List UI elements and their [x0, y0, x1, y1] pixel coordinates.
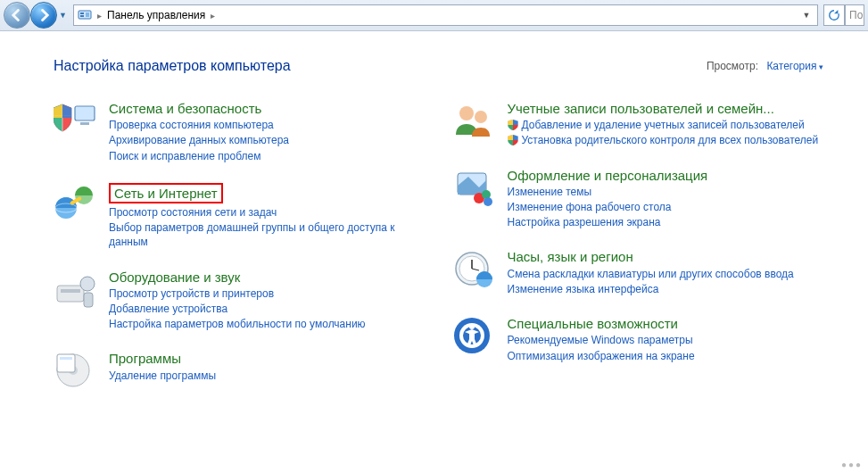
category-link-text: Настройка параметров мобильности по умол…: [109, 317, 366, 331]
category-right-2: Часы, язык и регионСмена раскладки клави…: [452, 249, 833, 296]
category-title[interactable]: Учетные записи пользователей и семейн...: [508, 101, 774, 116]
right-column: Учетные записи пользователей и семейн...…: [452, 101, 833, 394]
category-link[interactable]: Рекомендуемые Windows параметры: [508, 333, 833, 347]
accessibility-icon: [452, 316, 495, 359]
category-link-text: Просмотр состояния сети и задач: [109, 205, 277, 220]
category-link[interactable]: Поиск и исправление проблем: [109, 149, 434, 163]
category-link[interactable]: Изменение языка интерфейса: [508, 282, 833, 296]
category-body: Часы, язык и регионСмена раскладки клави…: [508, 249, 833, 296]
svg-rect-1: [80, 12, 84, 14]
watermark-dots: ●●●: [841, 460, 863, 469]
category-left-2: Оборудование и звукПросмотр устройств и …: [54, 270, 434, 332]
category-title[interactable]: Система и безопасность: [109, 101, 261, 116]
category-link[interactable]: Архивирование данных компьютера: [109, 133, 434, 147]
forward-button[interactable]: [30, 2, 57, 29]
category-body: Сеть и ИнтернетПросмотр состояния сети и…: [109, 183, 434, 250]
category-link[interactable]: Смена раскладки клавиатуры или других сп…: [508, 267, 833, 281]
category-link[interactable]: Добавление и удаление учетных записей по…: [508, 118, 833, 132]
category-columns: Система и безопасностьПроверка состояния…: [54, 101, 832, 394]
programs-icon: [54, 351, 96, 394]
category-links: Проверка состояния компьютераАрхивирован…: [109, 118, 434, 163]
category-link-text: Добавление и удаление учетных записей по…: [522, 118, 805, 132]
category-link[interactable]: Выбор параметров домашней группы и общег…: [109, 220, 434, 249]
network-icon: [54, 183, 96, 226]
category-body: Оборудование и звукПросмотр устройств и …: [109, 270, 434, 332]
category-link[interactable]: Просмотр устройств и принтеров: [109, 286, 434, 301]
uac-shield-icon: [508, 135, 518, 145]
view-label: Просмотр:: [707, 60, 758, 72]
category-left-3: ПрограммыУдаление программы: [54, 351, 434, 394]
category-link[interactable]: Изменение фона рабочего стола: [508, 200, 833, 214]
category-links: Просмотр устройств и принтеровДобавление…: [109, 286, 434, 332]
category-link-text: Добавление устройства: [109, 302, 227, 316]
view-value[interactable]: Категория: [766, 60, 823, 72]
category-link[interactable]: Удаление программы: [109, 369, 434, 383]
category-link-text: Архивирование данных компьютера: [109, 133, 289, 147]
page-title: Настройка параметров компьютера: [54, 58, 291, 74]
category-link-text: Изменение темы: [508, 185, 592, 199]
category-link[interactable]: Оптимизация изображения на экране: [508, 349, 833, 363]
appearance-icon: [452, 168, 495, 211]
category-title[interactable]: Часы, язык и регион: [508, 249, 633, 264]
shield-monitor-icon: [54, 101, 96, 144]
category-link[interactable]: Проверка состояния компьютера: [109, 118, 434, 132]
category-title[interactable]: Оформление и персонализация: [508, 168, 708, 183]
category-right-0: Учетные записи пользователей и семейн...…: [452, 101, 833, 148]
category-left-0: Система и безопасностьПроверка состояния…: [54, 101, 434, 163]
left-column: Система и безопасностьПроверка состояния…: [54, 101, 434, 394]
category-link-text: Установка родительского контроля для все…: [522, 133, 819, 147]
category-links: Смена раскладки клавиатуры или других сп…: [508, 267, 833, 296]
refresh-button[interactable]: [823, 4, 845, 26]
category-link[interactable]: Настройка параметров мобильности по умол…: [109, 317, 434, 331]
hardware-icon: [54, 270, 96, 312]
category-links: Изменение темыИзменение фона рабочего ст…: [508, 185, 833, 230]
category-left-1: Сеть и ИнтернетПросмотр состояния сети и…: [54, 183, 434, 250]
category-body: Специальные возможностиРекомендуемые Win…: [508, 316, 833, 363]
category-links: Просмотр состояния сети и задачВыбор пар…: [109, 205, 434, 250]
back-button[interactable]: [4, 2, 30, 29]
category-body: ПрограммыУдаление программы: [109, 351, 434, 382]
category-title[interactable]: Сеть и Интернет: [109, 183, 223, 203]
category-link[interactable]: Изменение темы: [508, 185, 833, 199]
category-link-text: Проверка состояния компьютера: [109, 118, 274, 132]
content-area: Настройка параметров компьютера Просмотр…: [0, 31, 868, 394]
category-right-1: Оформление и персонализацияИзменение тем…: [452, 168, 833, 230]
category-link[interactable]: Настройка разрешения экрана: [508, 215, 833, 229]
category-title[interactable]: Оборудование и звук: [109, 270, 240, 285]
category-links: Рекомендуемые Windows параметрыОптимизац…: [508, 333, 833, 362]
category-right-3: Специальные возможностиРекомендуемые Win…: [452, 316, 833, 363]
clock-icon: [452, 249, 495, 292]
category-title[interactable]: Специальные возможности: [508, 316, 679, 331]
category-title[interactable]: Программы: [109, 351, 181, 366]
category-link-text: Рекомендуемые Windows параметры: [508, 333, 693, 347]
category-link-text: Изменение фона рабочего стола: [508, 200, 672, 214]
address-toolbar: ▼ ▸ Панель управления ▸ ▼ По: [0, 0, 868, 31]
category-body: Оформление и персонализацияИзменение тем…: [508, 168, 833, 230]
category-link-text: Просмотр устройств и принтеров: [109, 286, 274, 301]
svg-rect-2: [80, 15, 84, 17]
category-link-text: Выбор параметров домашней группы и общег…: [109, 220, 434, 249]
address-bar[interactable]: ▸ Панель управления ▸ ▼: [73, 4, 818, 26]
address-dropdown-icon[interactable]: ▼: [799, 11, 814, 20]
breadcrumb-sep-icon: ▸: [211, 11, 215, 21]
category-links: Добавление и удаление учетных записей по…: [508, 118, 833, 147]
breadcrumb-sep-icon: ▸: [97, 11, 102, 21]
category-link[interactable]: Добавление устройства: [109, 302, 434, 316]
heading-row: Настройка параметров компьютера Просмотр…: [54, 58, 832, 74]
view-selector[interactable]: Просмотр: Категория: [707, 60, 823, 72]
users-icon: [452, 101, 495, 144]
category-link[interactable]: Просмотр состояния сети и задач: [109, 205, 434, 220]
svg-rect-3: [86, 12, 89, 17]
uac-shield-icon: [508, 120, 518, 130]
category-link-text: Удаление программы: [109, 369, 216, 383]
search-box[interactable]: По: [845, 4, 864, 26]
breadcrumb-root[interactable]: Панель управления: [107, 9, 205, 21]
search-placeholder: По: [849, 9, 863, 21]
category-link-text: Настройка разрешения экрана: [508, 215, 661, 229]
nav-history-dropdown[interactable]: ▼: [59, 11, 68, 20]
category-link-text: Оптимизация изображения на экране: [508, 349, 695, 363]
category-links: Удаление программы: [109, 369, 434, 383]
category-body: Учетные записи пользователей и семейн...…: [508, 101, 833, 148]
control-panel-icon: [78, 8, 92, 22]
category-link[interactable]: Установка родительского контроля для все…: [508, 133, 833, 147]
